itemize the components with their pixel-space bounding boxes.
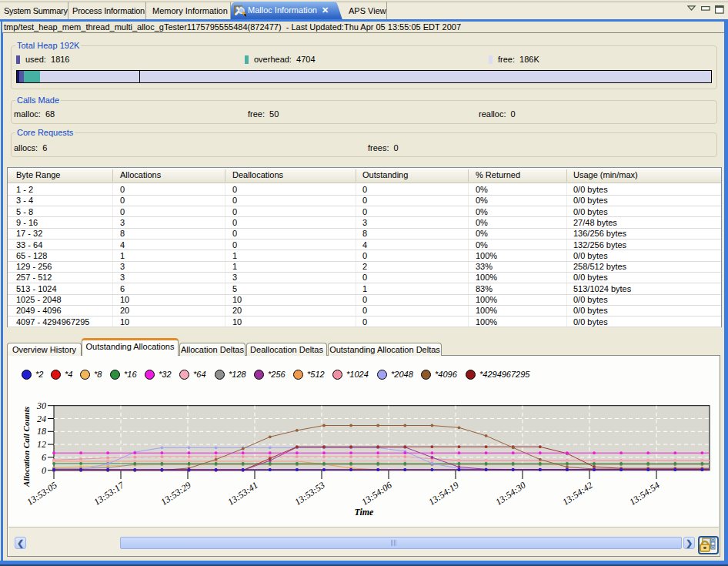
svg-text:13:54:19: 13:54:19 (426, 480, 460, 507)
svg-text:13:54:54: 13:54:54 (627, 480, 661, 507)
svg-text:13:54:30: 13:54:30 (493, 480, 527, 507)
svg-text:13:53:17: 13:53:17 (92, 479, 126, 507)
svg-text:6: 6 (42, 452, 46, 463)
svg-text:12: 12 (37, 439, 46, 450)
svg-text:13:53:41: 13:53:41 (225, 480, 259, 507)
svg-text:Time: Time (355, 507, 375, 517)
svg-text:0: 0 (42, 465, 46, 476)
svg-text:13:53:53: 13:53:53 (292, 480, 326, 507)
svg-text:13:54:06: 13:54:06 (359, 480, 393, 507)
svg-text:30: 30 (36, 400, 46, 411)
svg-text:13:54:42: 13:54:42 (560, 480, 594, 507)
svg-text:18: 18 (37, 426, 46, 437)
svg-text:13:53:29: 13:53:29 (159, 480, 192, 507)
svg-text:Allocation Call Counts: Allocation Call Counts (22, 407, 31, 487)
svg-text:24: 24 (37, 414, 46, 424)
